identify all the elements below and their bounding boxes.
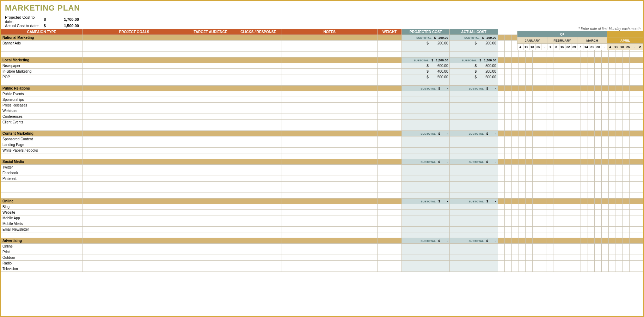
calendar-cell[interactable] — [636, 159, 643, 165]
calendar-cell[interactable] — [574, 266, 581, 272]
calendar-cell[interactable] — [519, 52, 526, 57]
target-cell[interactable] — [186, 261, 235, 266]
goals-cell[interactable] — [82, 69, 186, 74]
calendar-cell[interactable] — [498, 46, 505, 52]
calendar-cell[interactable] — [574, 142, 581, 148]
calendar-cell[interactable] — [560, 255, 567, 261]
calendar-cell[interactable] — [519, 63, 526, 69]
calendar-cell[interactable] — [622, 249, 629, 255]
calendar-cell[interactable] — [519, 210, 526, 215]
calendar-cell[interactable] — [532, 266, 539, 272]
calendar-cell[interactable] — [608, 80, 615, 86]
calendar-cell[interactable] — [560, 63, 567, 69]
calendar-cell[interactable] — [505, 238, 512, 244]
weight-cell[interactable] — [377, 142, 401, 148]
calendar-cell[interactable] — [588, 170, 595, 176]
calendar-cell[interactable] — [602, 63, 609, 69]
calendar-cell[interactable] — [526, 125, 533, 131]
cost-cell[interactable] — [450, 266, 498, 272]
data-row[interactable]: POP $ 500.00$ 600.00 — [1, 74, 643, 80]
calendar-cell[interactable] — [498, 74, 505, 80]
calendar-cell[interactable] — [505, 148, 512, 153]
item-name[interactable]: Radio — [1, 261, 82, 266]
calendar-cell[interactable] — [581, 182, 588, 187]
item-name[interactable]: Public Events — [1, 91, 82, 97]
calendar-cell[interactable] — [588, 266, 595, 272]
calendar-cell[interactable] — [602, 108, 609, 114]
calendar-cell[interactable] — [629, 86, 636, 91]
calendar-cell[interactable] — [629, 91, 636, 97]
calendar-cell[interactable] — [636, 227, 643, 232]
calendar-cell[interactable] — [498, 91, 505, 97]
calendar-cell[interactable] — [588, 227, 595, 232]
calendar-cell[interactable] — [629, 244, 636, 249]
calendar-cell[interactable] — [636, 52, 643, 57]
calendar-cell[interactable] — [560, 108, 567, 114]
calendar-cell[interactable] — [595, 204, 602, 210]
calendar-cell[interactable] — [519, 74, 526, 80]
calendar-cell[interactable] — [532, 80, 539, 86]
calendar-cell[interactable] — [539, 86, 546, 91]
target-cell[interactable] — [186, 114, 235, 120]
item-name[interactable] — [1, 187, 82, 193]
calendar-cell[interactable] — [532, 255, 539, 261]
calendar-cell[interactable] — [608, 261, 615, 266]
cost-cell[interactable] — [402, 193, 450, 199]
calendar-cell[interactable] — [629, 255, 636, 261]
calendar-cell[interactable] — [602, 187, 609, 193]
calendar-cell[interactable] — [505, 97, 512, 103]
calendar-cell[interactable] — [526, 210, 533, 215]
calendar-cell[interactable] — [615, 238, 622, 244]
calendar-cell[interactable] — [553, 244, 560, 249]
goals-cell[interactable] — [82, 108, 186, 114]
calendar-cell[interactable] — [498, 57, 505, 63]
calendar-cell[interactable] — [595, 91, 602, 97]
data-row[interactable]: Twitter — [1, 165, 643, 170]
calendar-cell[interactable] — [588, 63, 595, 69]
data-row[interactable]: Landing Page — [1, 142, 643, 148]
calendar-cell[interactable] — [498, 153, 505, 159]
item-name[interactable] — [1, 46, 82, 52]
calendar-cell[interactable] — [567, 142, 574, 148]
calendar-cell[interactable] — [511, 52, 519, 57]
calendar-cell[interactable] — [546, 142, 553, 148]
calendar-cell[interactable] — [560, 227, 567, 232]
clicks-cell[interactable] — [235, 227, 282, 232]
cost-cell[interactable] — [450, 114, 498, 120]
calendar-cell[interactable] — [608, 199, 615, 204]
calendar-cell[interactable] — [574, 261, 581, 266]
calendar-cell[interactable] — [574, 170, 581, 176]
calendar-cell[interactable] — [622, 97, 629, 103]
calendar-cell[interactable] — [519, 182, 526, 187]
calendar-cell[interactable] — [581, 215, 588, 221]
calendar-cell[interactable] — [629, 182, 636, 187]
calendar-cell[interactable] — [608, 142, 615, 148]
calendar-cell[interactable] — [595, 238, 602, 244]
calendar-cell[interactable] — [539, 210, 546, 215]
data-row[interactable]: In-Store Marketing $ 400.00$ 200.00 — [1, 69, 643, 74]
target-cell[interactable] — [186, 41, 235, 46]
calendar-cell[interactable] — [622, 103, 629, 108]
calendar-cell[interactable] — [505, 182, 512, 187]
goals-cell[interactable] — [82, 210, 186, 215]
calendar-cell[interactable] — [636, 148, 643, 153]
calendar-cell[interactable] — [505, 232, 512, 238]
calendar-cell[interactable] — [539, 91, 546, 97]
calendar-cell[interactable] — [546, 204, 553, 210]
calendar-cell[interactable] — [574, 227, 581, 232]
calendar-cell[interactable] — [511, 80, 519, 86]
calendar-cell[interactable] — [519, 204, 526, 210]
calendar-cell[interactable] — [526, 187, 533, 193]
calendar-cell[interactable] — [567, 221, 574, 227]
cost-cell[interactable] — [402, 249, 450, 255]
clicks-cell[interactable] — [235, 221, 282, 227]
calendar-cell[interactable] — [553, 187, 560, 193]
calendar-cell[interactable] — [636, 193, 643, 199]
calendar-cell[interactable] — [574, 136, 581, 142]
target-cell[interactable] — [186, 187, 235, 193]
item-name[interactable]: Sponsored Content — [1, 136, 82, 142]
calendar-cell[interactable] — [595, 199, 602, 204]
calendar-cell[interactable] — [498, 238, 505, 244]
calendar-cell[interactable] — [553, 69, 560, 74]
calendar-cell[interactable] — [629, 199, 636, 204]
